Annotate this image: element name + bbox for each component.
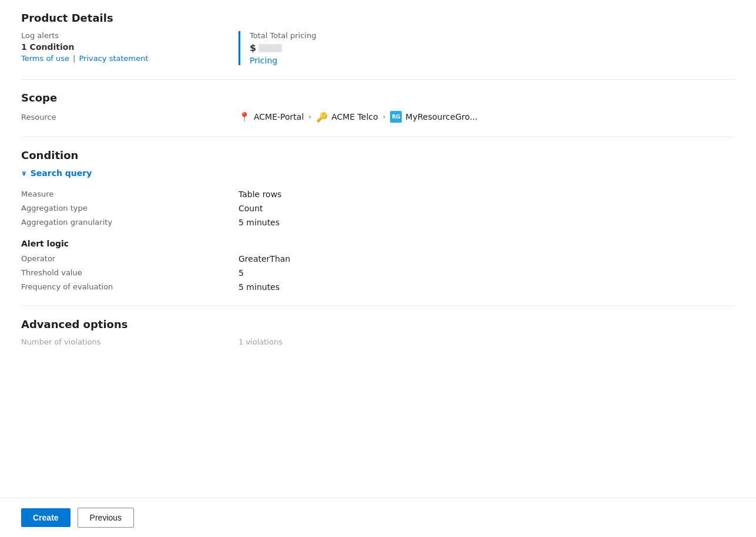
pricing-link[interactable]: Pricing: [250, 56, 277, 65]
aggregation-type-row: Aggregation type Count: [21, 204, 735, 213]
measure-value: Table rows: [238, 190, 281, 199]
violations-value: 1 violations: [238, 337, 283, 346]
frequency-row: Frequency of evaluation 5 minutes: [21, 282, 735, 292]
frequency-label: Frequency of evaluation: [21, 282, 238, 291]
purple-pin-icon: 📍: [238, 112, 250, 123]
advanced-options-title: Advanced options: [21, 318, 735, 330]
operator-label: Operator: [21, 254, 238, 263]
operator-value: GreaterThan: [238, 254, 290, 264]
condition-title: Condition: [21, 149, 735, 161]
privacy-statement-link[interactable]: Privacy statement: [79, 54, 148, 63]
breadcrumb-item-3: RG MyResourceGro...: [390, 111, 478, 123]
create-button[interactable]: Create: [21, 508, 70, 527]
search-query-toggle[interactable]: ∨ Search query: [21, 168, 735, 178]
separator: |: [73, 54, 75, 63]
aggregation-type-value: Count: [238, 204, 263, 213]
total-pricing-label: Total Total pricing: [250, 31, 735, 40]
gold-key-icon: 🔑: [316, 112, 328, 123]
product-details-title: Product Details: [21, 12, 735, 24]
operator-row: Operator GreaterThan: [21, 254, 735, 264]
breadcrumb-item-1: 📍 ACME-Portal: [238, 112, 304, 123]
footer-bar: Create Previous: [0, 498, 756, 537]
log-alerts-label: Log alerts: [21, 31, 238, 40]
divider-1: [21, 79, 735, 80]
aggregation-granularity-row: Aggregation granularity 5 minutes: [21, 218, 735, 227]
chevron-down-icon: ∨: [21, 169, 27, 177]
divider-3: [21, 306, 735, 306]
chevron-icon-1: ›: [308, 113, 311, 121]
measure-label: Measure: [21, 190, 238, 198]
violations-row: Number of violations 1 violations: [21, 337, 735, 346]
measure-row: Measure Table rows: [21, 190, 735, 199]
chevron-icon-2: ›: [383, 113, 386, 121]
violations-label: Number of violations: [21, 337, 238, 346]
pricing-amount-blurred: [258, 44, 282, 52]
search-query-label: Search query: [31, 168, 92, 178]
breadcrumb: 📍 ACME-Portal › 🔑 ACME Telco › RG MyReso…: [238, 111, 478, 123]
terms-of-use-link[interactable]: Terms of use: [21, 54, 69, 63]
breadcrumb-label-2: ACME Telco: [331, 112, 378, 121]
threshold-row: Threshold value 5: [21, 268, 735, 278]
threshold-value: 5: [238, 268, 244, 278]
breadcrumb-label-3: MyResourceGro...: [405, 112, 478, 121]
aggregation-granularity-value: 5 minutes: [238, 218, 280, 227]
frequency-value: 5 minutes: [238, 282, 280, 292]
resource-label: Resource: [21, 113, 238, 121]
previous-button[interactable]: Previous: [78, 508, 134, 528]
aggregation-granularity-label: Aggregation granularity: [21, 218, 238, 227]
pricing-dollar-sign: $: [250, 42, 256, 53]
alert-logic-title: Alert logic: [21, 239, 735, 248]
breadcrumb-item-2: 🔑 ACME Telco: [316, 112, 378, 123]
divider-2: [21, 137, 735, 137]
threshold-label: Threshold value: [21, 268, 238, 277]
resource-group-icon: RG: [390, 111, 402, 123]
condition-count: 1 Condition: [21, 42, 238, 52]
breadcrumb-label-1: ACME-Portal: [254, 112, 304, 121]
aggregation-type-label: Aggregation type: [21, 204, 238, 212]
scope-title: Scope: [21, 92, 735, 104]
